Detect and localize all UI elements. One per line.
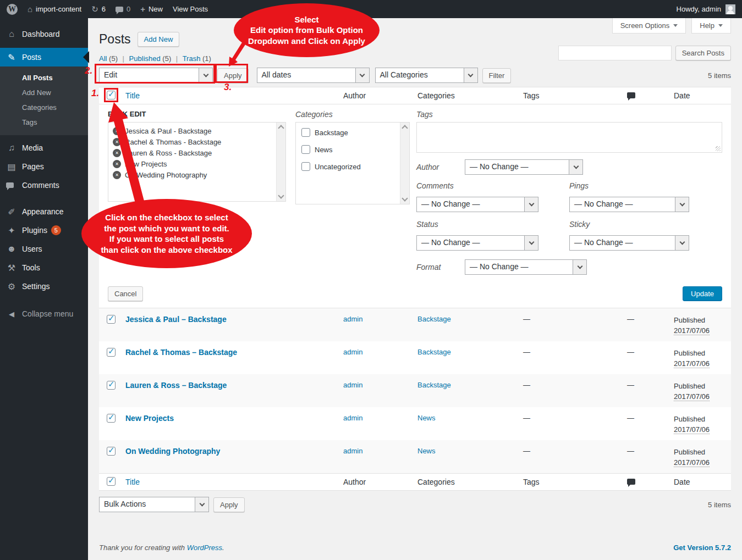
category-checkbox[interactable] bbox=[301, 145, 310, 154]
remove-post-icon[interactable] bbox=[113, 127, 121, 135]
my-account-link[interactable]: Howdy, admin bbox=[677, 4, 735, 14]
category-checkbox[interactable] bbox=[301, 128, 310, 137]
search-posts-button[interactable]: Search Posts bbox=[675, 46, 731, 60]
view-posts-link[interactable]: View Posts bbox=[173, 5, 208, 13]
chevron-down-icon bbox=[718, 24, 723, 27]
cancel-button[interactable]: Cancel bbox=[108, 286, 143, 301]
submenu-item-add-new[interactable]: Add New bbox=[0, 85, 88, 100]
table-header-row: Title Author Categories Tags Date bbox=[99, 87, 731, 104]
help-button[interactable]: Help bbox=[691, 18, 731, 34]
collapse-menu-button[interactable]: ◀ Collapse menu bbox=[0, 304, 88, 323]
bulk-actions-select[interactable]: Edit bbox=[99, 68, 213, 83]
tags-textarea[interactable] bbox=[416, 122, 722, 153]
author-select[interactable]: — No Change — bbox=[465, 159, 583, 175]
category-checkbox[interactable] bbox=[301, 162, 310, 171]
sort-date-link[interactable]: Date bbox=[674, 91, 690, 100]
tags-header: Tags bbox=[516, 91, 618, 100]
wordpress-link[interactable]: WordPress bbox=[187, 544, 222, 552]
categories-header: Categories bbox=[412, 478, 516, 486]
remove-post-icon[interactable] bbox=[113, 149, 121, 157]
post-title-link[interactable]: Lauren & Ross – Backstage bbox=[125, 381, 227, 390]
remove-post-icon[interactable] bbox=[113, 138, 121, 146]
sidebar-item-media[interactable]: ♫ Media bbox=[0, 138, 88, 157]
author-field-label: Author bbox=[416, 163, 465, 171]
apply-button[interactable]: Apply bbox=[217, 68, 249, 83]
scrollbar[interactable] bbox=[276, 123, 285, 201]
category-link[interactable]: News bbox=[417, 414, 436, 422]
select-all-checkbox[interactable] bbox=[107, 477, 116, 486]
bulk-edit-panel: BULK EDIT Jessica & Paul - Backstage Rac… bbox=[99, 104, 731, 308]
apply-button-bottom[interactable]: Apply bbox=[213, 497, 245, 512]
sidebar-item-tools[interactable]: ⚒ Tools bbox=[0, 258, 88, 277]
category-link[interactable]: News bbox=[417, 447, 436, 455]
comments-header-icon[interactable] bbox=[627, 479, 635, 485]
sidebar-item-pages[interactable]: ▤ Pages bbox=[0, 157, 88, 176]
row-checkbox[interactable] bbox=[107, 348, 116, 357]
status-select[interactable]: — No Change — bbox=[416, 235, 538, 251]
site-name-link[interactable]: ⌂ import-content bbox=[28, 4, 81, 14]
author-link[interactable]: admin bbox=[343, 315, 362, 323]
sidebar-item-plugins[interactable]: ✦ Plugins 5 bbox=[0, 221, 88, 240]
row-checkbox[interactable] bbox=[107, 381, 116, 390]
dates-filter-select[interactable]: All dates bbox=[257, 68, 370, 83]
sidebar-item-settings[interactable]: ⚙ Settings bbox=[0, 277, 88, 296]
comments-header-icon[interactable] bbox=[627, 92, 635, 98]
row-checkbox[interactable] bbox=[107, 315, 116, 324]
scroll-down-icon bbox=[278, 192, 284, 198]
sidebar-item-users[interactable]: ☻ Users bbox=[0, 240, 88, 258]
update-button[interactable]: Update bbox=[683, 286, 722, 301]
view-link-trash[interactable]: Trash bbox=[183, 54, 201, 63]
sort-date-link[interactable]: Date bbox=[674, 478, 690, 486]
submenu-item-tags[interactable]: Tags bbox=[0, 115, 88, 130]
row-checkbox[interactable] bbox=[107, 447, 116, 456]
category-link[interactable]: Backstage bbox=[417, 381, 451, 389]
categories-filter-select[interactable]: All Categories bbox=[375, 68, 478, 83]
post-title-link[interactable]: On Wedding Photography bbox=[125, 447, 220, 456]
format-select[interactable]: — No Change — bbox=[465, 259, 587, 275]
submenu-item-all-posts[interactable]: All Posts bbox=[0, 70, 88, 85]
bulk-actions-select-bottom[interactable]: Bulk Actions bbox=[99, 497, 209, 512]
sidebar-item-appearance[interactable]: ✐ Appearance bbox=[0, 202, 88, 221]
list-item: Rachel & Thomas - Backstage bbox=[113, 138, 272, 146]
author-header: Author bbox=[338, 91, 412, 100]
sidebar-item-comments[interactable]: Comments bbox=[0, 176, 88, 195]
screen-options-button[interactable]: Screen Options bbox=[612, 18, 686, 34]
author-link[interactable]: admin bbox=[343, 414, 362, 422]
view-link-all[interactable]: All bbox=[99, 54, 107, 63]
sidebar-item-posts[interactable]: ✎ Posts bbox=[0, 48, 88, 66]
new-content-link[interactable]: + New bbox=[140, 4, 163, 14]
comments-select[interactable]: — No Change — bbox=[416, 197, 538, 212]
submenu-item-categories[interactable]: Categories bbox=[0, 100, 88, 115]
post-title-link[interactable]: Rachel & Thomas – Backstage bbox=[125, 348, 237, 357]
sort-title-link[interactable]: Title bbox=[125, 478, 140, 486]
sidebar-item-dashboard[interactable]: ⌂ Dashboard bbox=[0, 25, 88, 43]
updates-link[interactable]: ↻ 6 bbox=[91, 4, 106, 14]
resize-grip-icon[interactable] bbox=[716, 146, 721, 151]
table-row: Jessica & Paul – Backstage admin Backsta… bbox=[99, 308, 731, 341]
post-title-link[interactable]: New Projects bbox=[125, 414, 174, 423]
sticky-select[interactable]: — No Change — bbox=[569, 235, 689, 251]
wordpress-menu[interactable]: W bbox=[7, 4, 18, 15]
filter-button[interactable]: Filter bbox=[482, 68, 512, 83]
author-link[interactable]: admin bbox=[343, 348, 362, 356]
bulk-edit-legend: BULK EDIT bbox=[108, 110, 286, 122]
get-version-link[interactable]: Get Version 5.7.2 bbox=[673, 544, 731, 552]
date-cell: Published2017/07/06 bbox=[670, 348, 731, 374]
add-new-button[interactable]: Add New bbox=[138, 32, 180, 47]
settings-icon: ⚙ bbox=[6, 281, 18, 292]
comments-link[interactable]: 0 bbox=[116, 5, 130, 13]
author-link[interactable]: admin bbox=[343, 381, 362, 389]
category-link[interactable]: Backstage bbox=[417, 315, 451, 323]
sort-title-link[interactable]: Title bbox=[125, 91, 140, 100]
search-input[interactable] bbox=[558, 46, 672, 60]
pings-select[interactable]: — No Change — bbox=[569, 197, 689, 212]
category-link[interactable]: Backstage bbox=[417, 348, 451, 356]
post-title-link[interactable]: Jessica & Paul – Backstage bbox=[125, 315, 227, 324]
row-checkbox[interactable] bbox=[107, 414, 116, 423]
view-link-published[interactable]: Published bbox=[129, 54, 161, 63]
author-link[interactable]: admin bbox=[343, 447, 362, 455]
scrollbar[interactable] bbox=[400, 123, 409, 204]
remove-post-icon[interactable] bbox=[113, 160, 121, 168]
remove-post-icon[interactable] bbox=[113, 171, 121, 179]
select-all-checkbox[interactable] bbox=[107, 91, 116, 99]
